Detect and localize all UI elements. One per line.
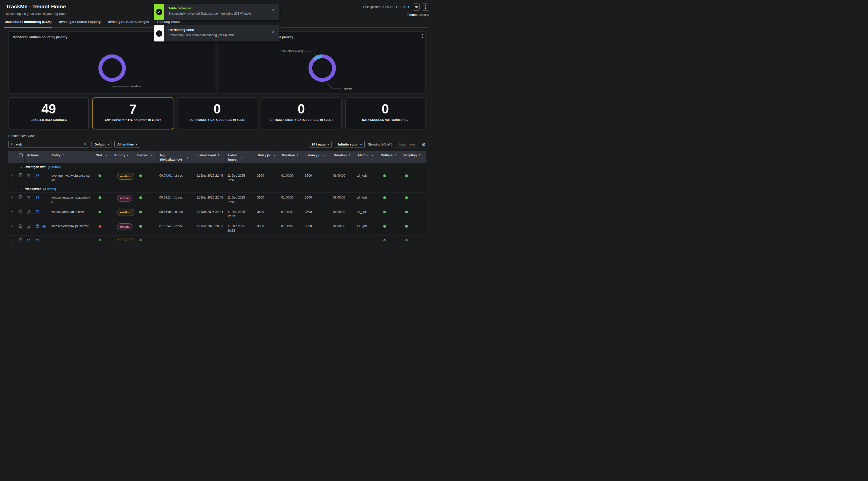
group-row-webserver[interactable]: webserver (4 items) (8, 185, 426, 193)
row-menu-icon[interactable] (33, 196, 33, 200)
expand-row-chevron[interactable] (10, 225, 13, 228)
eye-slash-icon[interactable] (42, 224, 46, 229)
sort-icon[interactable] (241, 156, 243, 160)
chevron-down-icon[interactable] (323, 153, 325, 157)
col-priority[interactable]: Priority (112, 151, 134, 163)
sort-icon[interactable] (186, 156, 188, 160)
expand-row-chevron[interactable] (10, 211, 13, 213)
kpi-high-priority-in-alert[interactable]: 0 HIGH PRIORITY DATA SOURCES IN ALERT (177, 97, 257, 129)
row-checkbox[interactable] (19, 224, 22, 228)
scroll-mode-dropdown[interactable]: Infinite scroll (335, 141, 365, 148)
chevron-down-icon[interactable] (372, 153, 373, 157)
kpi-enabled-data-sources[interactable]: 49 ENABLED DATA SOURCES (8, 97, 89, 129)
chevron-down-icon[interactable] (274, 153, 275, 157)
row-checkbox[interactable] (19, 195, 22, 199)
duration-value: 01:00:00 (279, 207, 303, 221)
col-lag[interactable]: lag (delay/latency) (157, 151, 195, 163)
sort-icon[interactable] (296, 153, 299, 157)
expand-row-chevron[interactable] (10, 174, 13, 177)
row-checkbox[interactable] (19, 210, 22, 213)
tab-data-source-monitoring[interactable]: Data source monitoring (DSM) (4, 20, 52, 28)
kpi-any-priority-in-alert[interactable]: 7 ANY PRIORITY DATA SOURCES IN ALERT (92, 97, 173, 129)
delay-value: 3600 (255, 221, 279, 236)
latest-event: 11 Dec 2025 22:46 (195, 171, 225, 185)
open-entity-icon[interactable] (26, 239, 30, 241)
search-events-icon[interactable] (36, 174, 40, 178)
col-enabled[interactable]: Enable... (134, 151, 157, 163)
chevron-down-icon[interactable] (106, 153, 107, 157)
search-events-icon[interactable] (36, 196, 40, 200)
table-row: webserver:apache:access:kv critical 00:0… (8, 193, 426, 207)
gear-icon[interactable] (422, 142, 426, 147)
open-entity-icon[interactable] (26, 224, 30, 228)
more-options-button[interactable] (422, 3, 429, 10)
open-entity-icon[interactable] (26, 196, 30, 200)
toast-success-stripe: ✓ (154, 4, 164, 20)
open-entity-icon[interactable] (26, 174, 30, 178)
view-filter-dropdown[interactable]: Default (91, 141, 112, 148)
search-events-icon[interactable] (36, 224, 40, 228)
expand-row-chevron[interactable] (10, 239, 13, 241)
chevron-down-icon[interactable] (127, 153, 128, 157)
row-menu-icon[interactable] (33, 174, 33, 178)
duration-value (331, 236, 355, 241)
showing-count: Showing 1-5 of 5 (368, 143, 393, 146)
select-all-checkbox[interactable] (19, 153, 23, 157)
donut-callout-medium: medium (131, 85, 142, 88)
search-events-icon[interactable] (36, 210, 40, 214)
kpi-critical-priority-in-alert[interactable]: 0 CRITICAL PRIORITY DATA SOURCES IN ALER… (261, 97, 341, 129)
close-icon[interactable] (272, 30, 275, 34)
search-events-icon[interactable] (36, 239, 40, 241)
kpi-row: 49 ENABLED DATA SOURCES 7 ANY PRIORITY D… (8, 97, 426, 129)
col-outliers[interactable]: Outliers (378, 151, 400, 163)
col-sampling[interactable]: Sampling (400, 151, 426, 163)
clear-search-icon[interactable] (84, 143, 87, 146)
row-menu-icon[interactable] (33, 210, 33, 214)
col-status[interactable]: Stat... (93, 151, 112, 163)
col-entity[interactable]: Entity (49, 151, 93, 163)
entities-toolbar: Default All entities 20 / page Infinite … (8, 141, 426, 148)
lag-value: 00:03:24 / -1 sec (157, 193, 195, 207)
col-duration-1[interactable]: Duration (279, 151, 303, 163)
filters-button[interactable] (413, 3, 420, 10)
row-checkbox[interactable] (19, 238, 22, 241)
row-menu-icon[interactable] (33, 224, 33, 228)
entities-filter-dropdown[interactable]: All entities (114, 141, 140, 148)
page-size-dropdown[interactable]: 20 / page (309, 141, 332, 148)
chevron-down-icon[interactable] (151, 153, 152, 157)
sort-icon[interactable] (348, 153, 350, 157)
col-delay[interactable]: Delay (s... (255, 151, 279, 163)
kpi-value: 7 (93, 102, 173, 116)
col-latest-ingest[interactable]: Latest ingest (225, 151, 255, 163)
open-entity-icon[interactable] (26, 210, 30, 214)
entity-name: webserver:apache:access:kv (49, 193, 93, 207)
col-alert-on[interactable]: Alert o... (355, 151, 378, 163)
sort-icon[interactable] (62, 153, 64, 157)
row-menu-icon[interactable] (33, 239, 33, 241)
scroll-mode-label: Infinite scroll (338, 143, 359, 146)
outliers-dot (383, 225, 386, 228)
row-checkbox[interactable] (19, 173, 22, 177)
alert-on-value (355, 236, 378, 241)
kpi-not-monitored[interactable]: 0 DATA SOURCES NOT MONITORED (345, 97, 426, 129)
search-input[interactable] (16, 143, 82, 146)
col-duration-2[interactable]: Duration (331, 151, 355, 163)
group-row-eventgen-waf[interactable]: eventgen-waf (1 items) (8, 163, 426, 171)
chevron-down-icon (21, 187, 23, 190)
sort-icon[interactable] (217, 153, 220, 157)
load-more-button[interactable]: Load more (396, 141, 418, 148)
sort-icon[interactable] (418, 153, 421, 157)
expand-row-chevron[interactable] (10, 196, 13, 199)
alert-on-value: all_kpis (355, 171, 378, 185)
sort-icon[interactable] (394, 153, 396, 157)
group-count: (4 items) (43, 187, 56, 191)
enabled-dot (139, 211, 142, 213)
tab-investigate-status-flipping[interactable]: Investigate Status Flipping (59, 20, 101, 28)
col-latency[interactable]: Latency (... (303, 151, 331, 163)
col-latest-event[interactable]: Latest event (195, 151, 225, 163)
priority-badge: medium (117, 209, 134, 216)
close-icon[interactable] (272, 8, 275, 12)
tab-investigate-audit-changes[interactable]: Investigate Audit Changes (108, 20, 150, 28)
outliers-dot (383, 174, 386, 177)
priority-badge: critical (117, 223, 132, 230)
